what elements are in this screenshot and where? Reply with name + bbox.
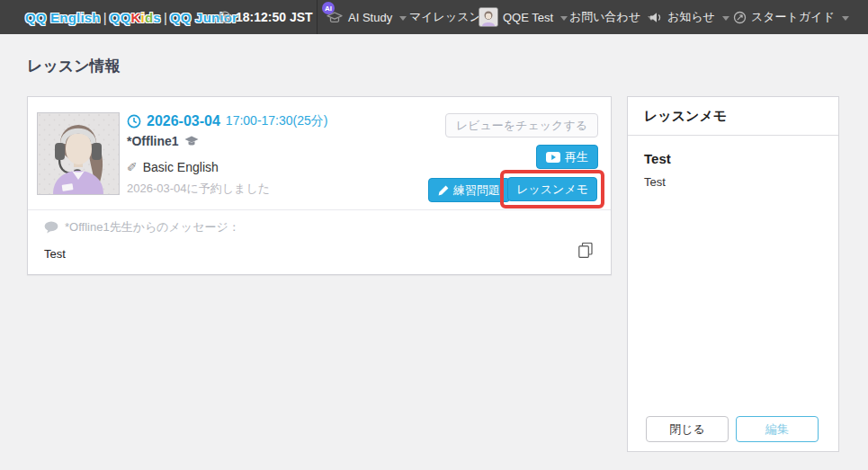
clock-icon [127,114,141,129]
teacher-avatar-image [38,113,119,194]
memo-panel-footer: 閉じる 編集 [628,416,838,442]
teacher-avatar [37,112,120,195]
logo-qq-kids-prefix: QQ [110,10,131,25]
speech-bubble-icon [44,221,58,234]
pencil-icon [438,185,449,196]
practice-button-label: 練習問題 [453,182,500,199]
top-navbar: QQ English | QQ Kids | QQ Junior 18:12:5… [0,0,868,34]
nav-label-news: お知らせ [667,9,715,25]
nav-label-my-lessons: マイレッスン [409,9,481,25]
user-avatar [479,7,498,27]
nav-item-news[interactable]: お知らせ [649,0,729,34]
lesson-date: 2026-03-04 [147,113,220,129]
nav-label-account: QQE Test [503,11,553,24]
graduation-cap-icon [184,136,199,147]
lesson-card: 2026-03-04 17:00-17:30(25分) *Offline1 ✐ … [27,96,612,275]
memo-panel-title: レッスンメモ [628,97,838,136]
nav-label-contact: お問い合わせ [569,9,640,25]
copy-button[interactable] [578,243,593,262]
chevron-down-icon [560,16,568,21]
teacher-name[interactable]: *Offline1 [127,134,179,148]
chevron-down-icon [399,16,407,21]
memo-entry-body: Test [644,175,822,189]
lesson-reserved-row: 2026-03-04に予約しました [127,181,270,197]
brand-logo[interactable]: QQ English | QQ Kids | QQ Junior [25,0,237,34]
memo-button-highlight: レッスンメモ [500,170,604,208]
nav-item-account[interactable]: QQE Test [479,0,568,34]
chevron-down-icon [842,16,849,21]
teacher-message-body: Test [44,247,595,261]
logo-kids-letter: K [131,10,141,25]
server-clock: 18:12:50 JST [219,0,313,34]
check-review-button[interactable]: レビューをチェックする [445,113,598,137]
nav-item-ai-study[interactable]: AI AI Study [326,0,407,34]
page-title: レッスン情報 [27,56,121,76]
logo-separator: | [101,10,110,25]
navbar-divider [317,0,318,34]
play-icon [546,152,560,163]
practice-questions-button[interactable]: 練習問題 [428,178,510,202]
clock-icon [219,11,231,23]
pen-icon: ✐ [127,160,138,174]
nav-item-contact[interactable]: お問い合わせ [569,0,655,34]
logo-qq-english: QQ English [25,10,101,25]
compass-icon [733,11,747,24]
nav-label-start-guide: スタートガイド [751,9,835,25]
logo-separator: | [161,10,170,25]
course-name: Basic English [143,160,219,174]
teacher-message-section: *Offline1先生からのメッセージ： Test [28,209,611,274]
close-button[interactable]: 閉じる [646,416,729,442]
nav-item-start-guide[interactable]: スタートガイド [733,0,849,34]
lesson-memo-panel: レッスンメモ Test Test 閉じる 編集 [627,96,839,452]
reserved-note: 2026-03-04に予約しました [127,181,270,197]
lesson-time-range: 17:00-17:30(25分) [226,113,328,129]
memo-content: Test Test [628,136,838,204]
copy-icon [578,243,593,258]
lesson-memo-button[interactable]: レッスンメモ [507,177,597,201]
teacher-message-label: *Offline1先生からのメッセージ： [65,219,240,235]
lesson-course-row: ✐ Basic English [127,160,219,174]
clock-time-label: 18:12:50 JST [236,10,313,24]
edit-button[interactable]: 編集 [736,416,819,442]
user-avatar-image [479,8,497,26]
play-button-label: 再生 [565,149,588,165]
memo-entry-title: Test [644,151,822,166]
teacher-message-label-row: *Offline1先生からのメッセージ： [44,219,595,235]
speaker-icon [649,12,663,23]
chevron-down-icon [722,16,729,21]
ai-badge: AI [322,2,335,14]
logo-kids-letter: d [145,10,153,25]
lesson-teacher-row: *Offline1 [127,134,199,148]
lesson-datetime-row: 2026-03-04 17:00-17:30(25分) [127,113,327,129]
play-button[interactable]: 再生 [536,145,598,169]
nav-label-ai-study: AI Study [348,11,392,24]
logo-kids-letter: s [153,10,161,25]
